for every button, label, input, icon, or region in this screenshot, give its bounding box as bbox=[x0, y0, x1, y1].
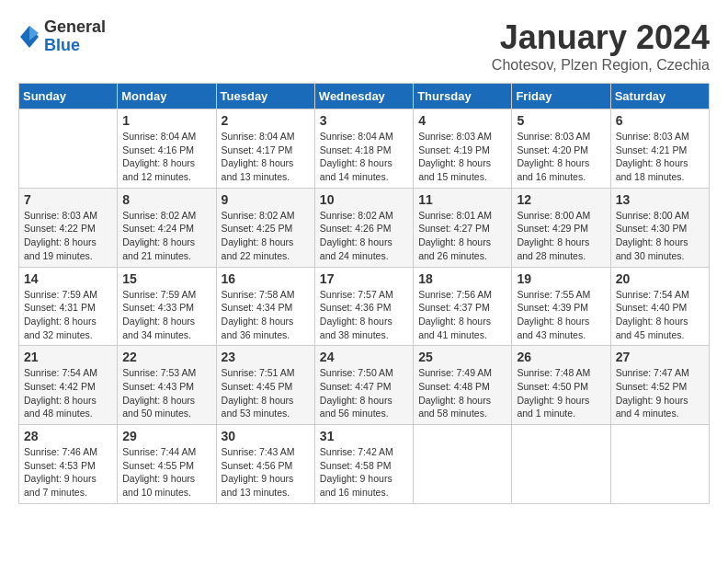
logo-general: General bbox=[44, 18, 106, 37]
day-info: Sunrise: 8:02 AMSunset: 4:26 PMDaylight:… bbox=[320, 209, 408, 263]
calendar-cell: 16Sunrise: 7:58 AMSunset: 4:34 PMDayligh… bbox=[216, 267, 314, 346]
day-number: 21 bbox=[24, 350, 112, 364]
day-number: 16 bbox=[222, 271, 310, 286]
day-info: Sunrise: 7:47 AMSunset: 4:52 PMDaylight:… bbox=[616, 366, 704, 420]
day-number: 5 bbox=[517, 113, 605, 128]
month-title: January 2024 bbox=[492, 18, 710, 57]
day-info: Sunrise: 8:02 AMSunset: 4:24 PMDaylight:… bbox=[122, 209, 210, 263]
day-number: 18 bbox=[418, 271, 506, 286]
day-number: 14 bbox=[24, 271, 112, 286]
day-info: Sunrise: 8:02 AMSunset: 4:25 PMDaylight:… bbox=[222, 209, 310, 263]
day-number: 15 bbox=[122, 271, 210, 286]
day-info: Sunrise: 7:42 AMSunset: 4:58 PMDaylight:… bbox=[320, 445, 408, 500]
day-number: 17 bbox=[320, 271, 408, 286]
calendar-cell: 19Sunrise: 7:55 AMSunset: 4:39 PMDayligh… bbox=[512, 267, 610, 346]
calendar-cell: 15Sunrise: 7:59 AMSunset: 4:33 PMDayligh… bbox=[118, 267, 216, 346]
logo-icon bbox=[20, 24, 39, 50]
calendar-week-row: 1Sunrise: 8:04 AMSunset: 4:16 PMDaylight… bbox=[19, 109, 710, 189]
calendar-table: SundayMondayTuesdayWednesdayThursdayFrid… bbox=[18, 83, 710, 504]
logo-text: General Blue bbox=[44, 18, 106, 55]
calendar-week-row: 7Sunrise: 8:03 AMSunset: 4:22 PMDaylight… bbox=[19, 188, 710, 267]
calendar-cell bbox=[19, 109, 118, 189]
calendar-cell: 25Sunrise: 7:49 AMSunset: 4:48 PMDayligh… bbox=[414, 346, 512, 425]
calendar-cell: 14Sunrise: 7:59 AMSunset: 4:31 PMDayligh… bbox=[19, 267, 118, 346]
day-number: 20 bbox=[616, 271, 704, 286]
day-info: Sunrise: 7:46 AMSunset: 4:53 PMDaylight:… bbox=[24, 445, 112, 500]
logo: General Blue bbox=[18, 18, 106, 55]
day-info: Sunrise: 7:59 AMSunset: 4:31 PMDaylight:… bbox=[24, 288, 112, 342]
day-number: 1 bbox=[122, 113, 210, 128]
day-number: 28 bbox=[24, 429, 112, 443]
calendar-cell: 1Sunrise: 8:04 AMSunset: 4:16 PMDaylight… bbox=[118, 109, 216, 189]
calendar-cell bbox=[414, 425, 512, 504]
day-info: Sunrise: 7:44 AMSunset: 4:55 PMDaylight:… bbox=[122, 445, 210, 500]
day-info: Sunrise: 7:59 AMSunset: 4:33 PMDaylight:… bbox=[122, 288, 210, 342]
title-section: January 2024 Chotesov, Plzen Region, Cze… bbox=[492, 18, 710, 74]
day-info: Sunrise: 7:43 AMSunset: 4:56 PMDaylight:… bbox=[222, 445, 310, 500]
calendar-cell: 7Sunrise: 8:03 AMSunset: 4:22 PMDaylight… bbox=[19, 188, 118, 267]
day-number: 19 bbox=[517, 271, 605, 286]
day-number: 13 bbox=[616, 192, 704, 207]
day-number: 2 bbox=[222, 113, 310, 128]
calendar-week-row: 21Sunrise: 7:54 AMSunset: 4:42 PMDayligh… bbox=[19, 346, 710, 425]
calendar-cell: 4Sunrise: 8:03 AMSunset: 4:19 PMDaylight… bbox=[414, 109, 512, 189]
day-number: 24 bbox=[320, 350, 408, 364]
calendar-cell: 3Sunrise: 8:04 AMSunset: 4:18 PMDaylight… bbox=[314, 109, 413, 189]
day-number: 25 bbox=[418, 350, 506, 364]
day-number: 12 bbox=[517, 192, 605, 207]
weekday-header: Friday bbox=[512, 84, 610, 109]
calendar-cell: 29Sunrise: 7:44 AMSunset: 4:55 PMDayligh… bbox=[118, 425, 216, 504]
calendar-cell: 23Sunrise: 7:51 AMSunset: 4:45 PMDayligh… bbox=[216, 346, 314, 425]
calendar-cell: 20Sunrise: 7:54 AMSunset: 4:40 PMDayligh… bbox=[610, 267, 709, 346]
day-number: 6 bbox=[616, 113, 704, 128]
calendar-cell: 22Sunrise: 7:53 AMSunset: 4:43 PMDayligh… bbox=[118, 346, 216, 425]
calendar-cell: 21Sunrise: 7:54 AMSunset: 4:42 PMDayligh… bbox=[19, 346, 118, 425]
calendar-week-row: 28Sunrise: 7:46 AMSunset: 4:53 PMDayligh… bbox=[19, 425, 710, 504]
day-info: Sunrise: 7:58 AMSunset: 4:34 PMDaylight:… bbox=[222, 288, 310, 342]
day-number: 7 bbox=[24, 192, 112, 207]
page-header: General Blue January 2024 Chotesov, Plze… bbox=[18, 18, 710, 74]
weekday-header: Saturday bbox=[610, 84, 709, 109]
calendar-cell: 27Sunrise: 7:47 AMSunset: 4:52 PMDayligh… bbox=[610, 346, 709, 425]
calendar-cell: 5Sunrise: 8:03 AMSunset: 4:20 PMDaylight… bbox=[512, 109, 610, 189]
weekday-header: Monday bbox=[118, 84, 216, 109]
day-number: 11 bbox=[418, 192, 506, 207]
calendar-cell: 17Sunrise: 7:57 AMSunset: 4:36 PMDayligh… bbox=[314, 267, 413, 346]
day-info: Sunrise: 8:04 AMSunset: 4:16 PMDaylight:… bbox=[122, 130, 210, 184]
day-info: Sunrise: 7:51 AMSunset: 4:45 PMDaylight:… bbox=[222, 366, 310, 420]
location: Chotesov, Plzen Region, Czechia bbox=[492, 57, 710, 74]
calendar-cell: 11Sunrise: 8:01 AMSunset: 4:27 PMDayligh… bbox=[414, 188, 512, 267]
calendar-cell: 28Sunrise: 7:46 AMSunset: 4:53 PMDayligh… bbox=[19, 425, 118, 504]
day-number: 27 bbox=[616, 350, 704, 364]
day-number: 4 bbox=[418, 113, 506, 128]
calendar-cell: 24Sunrise: 7:50 AMSunset: 4:47 PMDayligh… bbox=[314, 346, 413, 425]
calendar-cell: 18Sunrise: 7:56 AMSunset: 4:37 PMDayligh… bbox=[414, 267, 512, 346]
day-number: 10 bbox=[320, 192, 408, 207]
day-info: Sunrise: 8:03 AMSunset: 4:21 PMDaylight:… bbox=[616, 130, 704, 184]
day-info: Sunrise: 8:03 AMSunset: 4:22 PMDaylight:… bbox=[24, 209, 112, 263]
day-info: Sunrise: 7:50 AMSunset: 4:47 PMDaylight:… bbox=[320, 366, 408, 420]
calendar-week-row: 14Sunrise: 7:59 AMSunset: 4:31 PMDayligh… bbox=[19, 267, 710, 346]
calendar-cell: 26Sunrise: 7:48 AMSunset: 4:50 PMDayligh… bbox=[512, 346, 610, 425]
day-info: Sunrise: 7:54 AMSunset: 4:40 PMDaylight:… bbox=[616, 288, 704, 342]
day-info: Sunrise: 7:56 AMSunset: 4:37 PMDaylight:… bbox=[418, 288, 506, 342]
calendar-cell: 31Sunrise: 7:42 AMSunset: 4:58 PMDayligh… bbox=[314, 425, 413, 504]
day-number: 22 bbox=[122, 350, 210, 364]
weekday-header: Thursday bbox=[414, 84, 512, 109]
day-info: Sunrise: 8:03 AMSunset: 4:19 PMDaylight:… bbox=[418, 130, 506, 184]
day-info: Sunrise: 7:49 AMSunset: 4:48 PMDaylight:… bbox=[418, 366, 506, 420]
day-number: 9 bbox=[222, 192, 310, 207]
day-info: Sunrise: 8:03 AMSunset: 4:20 PMDaylight:… bbox=[517, 130, 605, 184]
day-info: Sunrise: 8:04 AMSunset: 4:18 PMDaylight:… bbox=[320, 130, 408, 184]
weekday-header: Wednesday bbox=[314, 84, 413, 109]
day-number: 31 bbox=[320, 429, 408, 443]
weekday-header: Tuesday bbox=[216, 84, 314, 109]
day-info: Sunrise: 8:00 AMSunset: 4:29 PMDaylight:… bbox=[517, 209, 605, 263]
day-info: Sunrise: 7:48 AMSunset: 4:50 PMDaylight:… bbox=[517, 366, 605, 420]
day-info: Sunrise: 8:01 AMSunset: 4:27 PMDaylight:… bbox=[418, 209, 506, 263]
day-number: 26 bbox=[517, 350, 605, 364]
calendar-cell: 12Sunrise: 8:00 AMSunset: 4:29 PMDayligh… bbox=[512, 188, 610, 267]
calendar-cell bbox=[512, 425, 610, 504]
day-number: 3 bbox=[320, 113, 408, 128]
calendar-cell: 30Sunrise: 7:43 AMSunset: 4:56 PMDayligh… bbox=[216, 425, 314, 504]
